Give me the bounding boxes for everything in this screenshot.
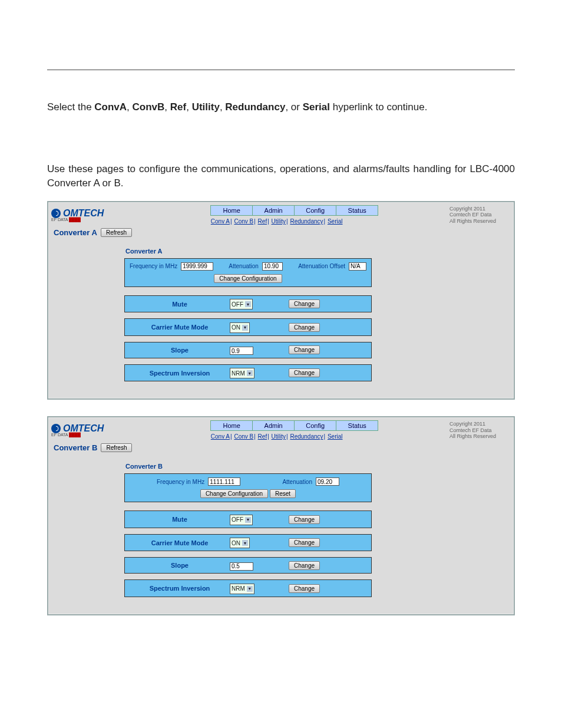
subnav-serial[interactable]: Serial	[328, 218, 343, 225]
spectrum-inversion-panel: Spectrum Inversion NRM ▼ Change	[124, 364, 372, 382]
tab-home[interactable]: Home	[210, 420, 252, 431]
refresh-button[interactable]: Refresh	[101, 443, 132, 452]
select-value: OFF	[232, 516, 243, 523]
subnav-convb[interactable]: Conv B	[234, 433, 253, 440]
text: All Rights Reserved	[449, 433, 508, 439]
slope-input[interactable]	[230, 562, 253, 571]
select-value: OFF	[232, 301, 243, 308]
link-utility: Utility	[192, 101, 220, 113]
change-configuration-button[interactable]: Change Configuration	[214, 274, 282, 283]
tab-status[interactable]: Status	[336, 205, 378, 216]
chevron-down-icon: ▼	[242, 325, 248, 331]
chevron-down-icon: ▼	[242, 540, 248, 546]
chevron-down-icon: ▼	[245, 301, 251, 307]
subnav-redundancy[interactable]: Redundancy	[290, 433, 323, 440]
copyright-text: Copyright 2011 Comtech EF Data All Right…	[449, 421, 511, 439]
reset-button[interactable]: Reset	[270, 489, 296, 498]
doc-intro-paragraph: Select the ConvA, ConvB, Ref, Utility, R…	[47, 100, 515, 115]
chevron-down-icon: ▼	[247, 370, 253, 376]
text: Comtech EF Data	[449, 427, 508, 433]
sep: , or	[285, 101, 302, 113]
attenuation-offset-input[interactable]	[349, 262, 366, 271]
text: EF DATA	[51, 218, 69, 222]
change-button[interactable]: Change	[289, 538, 320, 547]
sep: ,	[220, 101, 225, 113]
change-button[interactable]: Change	[289, 515, 320, 524]
subnav-utility[interactable]: Utility	[272, 433, 286, 440]
subnav-redundancy[interactable]: Redundancy	[290, 218, 323, 225]
main-tabs: Home Admin Config Status	[210, 420, 378, 431]
spectrum-inversion-panel: Spectrum Inversion NRM ▼ Change	[124, 579, 372, 597]
config-panel: Frequency in MHz Attenuation Change Conf…	[124, 473, 372, 502]
logo-icon	[51, 209, 61, 218]
chevron-down-icon: ▼	[245, 517, 251, 523]
mute-select[interactable]: OFF ▼	[230, 515, 253, 525]
change-button[interactable]: Change	[289, 323, 320, 332]
copyright-text: Copyright 2011 Comtech EF Data All Right…	[449, 206, 511, 224]
label-slope: Slope	[130, 562, 230, 569]
link-redundancy: Redundancy	[225, 101, 285, 113]
change-button[interactable]: Change	[289, 584, 320, 593]
sep: |	[286, 433, 288, 440]
section-title: Converter A	[54, 228, 97, 237]
label-spectrum-inversion: Spectrum Inversion	[130, 585, 230, 592]
tab-home[interactable]: Home	[210, 205, 252, 216]
attenuation-input[interactable]	[262, 262, 283, 271]
tab-config[interactable]: Config	[294, 205, 336, 216]
page-header-rule	[47, 70, 515, 70]
mute-select[interactable]: OFF ▼	[230, 299, 253, 309]
select-value: NRM	[232, 585, 245, 592]
change-button[interactable]: Change	[289, 561, 320, 570]
carrier-mute-panel: Carrier Mute Mode ON ▼ Change	[124, 534, 372, 552]
link-serial: Serial	[303, 101, 330, 113]
link-convB: ConvB	[133, 101, 165, 113]
carrier-mute-panel: Carrier Mute Mode ON ▼ Change	[124, 318, 372, 336]
subnav-ref[interactable]: Ref	[258, 218, 267, 225]
subnav-convb[interactable]: Conv B	[234, 218, 253, 225]
main-tabs: Home Admin Config Status	[210, 205, 378, 216]
sep: |	[230, 218, 232, 225]
slope-input[interactable]	[230, 347, 253, 355]
subnav-utility[interactable]: Utility	[272, 218, 286, 225]
panel-title: Converter B	[124, 462, 372, 473]
tab-admin[interactable]: Admin	[252, 205, 294, 216]
screenshot-converter-b: OMTECH EF DATA ████ Home Admin Config St…	[47, 416, 515, 615]
subnav-serial[interactable]: Serial	[328, 433, 343, 440]
carrier-mute-select[interactable]: ON ▼	[230, 322, 250, 333]
chevron-down-icon: ▼	[247, 586, 253, 592]
change-button[interactable]: Change	[289, 368, 320, 377]
change-configuration-button[interactable]: Change Configuration	[200, 489, 268, 498]
label-frequency: Frequency in MHz	[157, 479, 204, 485]
frequency-input[interactable]	[181, 262, 213, 271]
subnav-conva[interactable]: Conv A	[211, 433, 230, 440]
select-value: ON	[232, 324, 240, 331]
text: All Rights Reserved	[449, 218, 508, 224]
label-mute: Mute	[130, 516, 230, 523]
change-button[interactable]: Change	[289, 299, 320, 308]
text: EF DATA	[51, 433, 69, 437]
sep: |	[267, 218, 269, 225]
sep: |	[267, 433, 269, 440]
carrier-mute-select[interactable]: ON ▼	[230, 538, 250, 548]
logo-accent: ████	[69, 218, 81, 222]
text: Copyright 2011	[449, 206, 508, 212]
sep: |	[230, 433, 232, 440]
refresh-button[interactable]: Refresh	[101, 228, 132, 237]
frequency-input[interactable]	[208, 477, 240, 486]
sub-nav: Conv A| Conv B| Ref| Utility| Redundancy…	[210, 433, 343, 440]
tab-admin[interactable]: Admin	[252, 420, 294, 431]
subnav-ref[interactable]: Ref	[258, 433, 267, 440]
tab-status[interactable]: Status	[336, 420, 378, 431]
sep: |	[324, 433, 326, 440]
text: Select the	[47, 101, 94, 113]
attenuation-input[interactable]	[316, 477, 339, 486]
spectrum-inversion-select[interactable]: NRM ▼	[230, 584, 254, 594]
sub-nav: Conv A| Conv B| Ref| Utility| Redundancy…	[210, 218, 343, 225]
subnav-conva[interactable]: Conv A	[211, 218, 230, 225]
tab-config[interactable]: Config	[294, 420, 336, 431]
text: Comtech EF Data	[449, 212, 508, 218]
label-carrier-mute: Carrier Mute Mode	[130, 324, 230, 331]
spectrum-inversion-select[interactable]: NRM ▼	[230, 368, 254, 378]
change-button[interactable]: Change	[289, 345, 320, 354]
label-frequency: Frequency in MHz	[130, 263, 177, 269]
